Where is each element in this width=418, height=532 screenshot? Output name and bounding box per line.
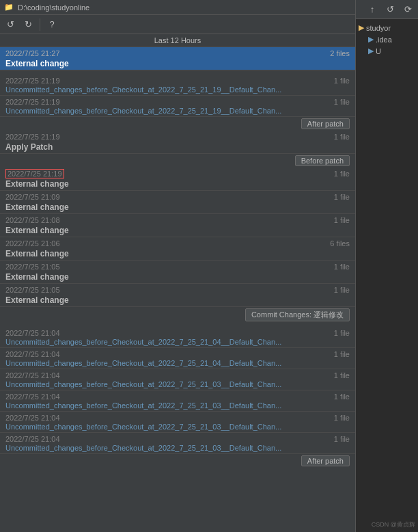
file-count: 1 file [334,393,350,401]
right-undo-button[interactable]: ↺ [382,2,398,17]
tree-item-u[interactable]: ▶ U [359,45,415,57]
commit-tag-row: Commit Changes: 逻辑修改 [0,307,355,323]
history-item[interactable]: 2022/7/25 21:19 1 file Uncommitted_chang… [0,75,355,96]
history-item[interactable]: 2022/7/25 21:06 6 files External change [0,237,355,261]
timestamp: 2022/7/25 21:05 [5,263,60,271]
after-patch-tag-row-2: After patch [0,454,355,468]
history-item-wrapper: 2022/7/25 21:05 1 file External change C… [0,284,355,323]
watermark: CSDN @黄贞辉 [372,520,415,529]
item-long-name: Uncommitted_changes_before_Checkout_at_2… [5,423,320,431]
file-count: 1 file [334,414,350,422]
item-long-name: Uncommitted_changes_before_Checkout_at_2… [5,380,320,388]
history-item[interactable]: 2022/7/25 21:05 1 file External change [0,284,355,307]
undo-button[interactable]: ↺ [3,17,18,32]
timestamp: 2022/7/25 21:27 [5,49,60,57]
help-button[interactable]: ? [44,17,59,32]
file-count: 1 file [334,329,350,337]
timestamp: 2022/7/25 21:19 [5,98,60,106]
file-count: 1 file [334,371,350,380]
history-item[interactable]: 2022/7/25 21:04 1 file Uncommitted_chang… [0,412,355,433]
file-count: 1 file [334,98,350,106]
timestamp: 2022/7/25 21:04 [5,329,60,337]
history-item[interactable]: 2022/7/25 21:04 1 file Uncommitted_chang… [0,327,355,348]
history-item[interactable]: 2022/7/25 21:04 1 file Uncommitted_chang… [0,348,355,369]
chevron-icon: ▶ [368,35,374,44]
history-item[interactable]: 2022/7/25 21:27 2 files External change [0,47,355,70]
item-long-name: Uncommitted_changes_before_Checkout_at_2… [5,85,320,94]
history-item[interactable]: 2022/7/25 21:19 1 file Uncommitted_chang… [0,96,355,117]
history-item[interactable]: 2022/7/25 21:19 1 file Apply Patch [0,131,355,154]
history-item[interactable]: 2022/7/25 21:08 1 file External change [0,214,355,237]
tree-root[interactable]: ▶ studyor [359,22,415,34]
history-item-wrapper: 2022/7/25 21:19 1 file Uncommitted_chang… [0,96,355,131]
after-patch-button[interactable]: After patch [301,118,350,129]
item-title: External change [5,59,350,68]
history-item[interactable]: 2022/7/25 21:04 1 file Uncommitted_chang… [0,390,355,412]
title-bar: 📁 D:\coding\studyonline [0,0,355,15]
history-item[interactable]: 2022/7/25 21:04 1 file Uncommitted_chang… [0,369,355,390]
timestamp-highlighted: 2022/7/25 21:19 [5,169,64,178]
timestamp: 2022/7/25 21:04 [5,371,60,380]
timestamp: 2022/7/25 21:09 [5,193,60,201]
timestamp: 2022/7/25 21:04 [5,350,60,358]
item-long-name: Uncommitted_changes_before_Checkout_at_2… [5,338,320,346]
timestamp: 2022/7/25 21:19 [5,133,60,141]
item-long-name: Uncommitted_changes_before_Checkout_at_2… [5,107,320,115]
tree-item-idea[interactable]: ▶ .idea [359,34,415,45]
folder-icon-u: ▶ [368,46,374,55]
after-patch-tag-row: After patch [0,117,355,131]
idea-folder-label: .idea [376,36,392,44]
section-header: Last 12 Hours [0,34,355,47]
section-header-label: Last 12 Hours [154,36,201,44]
toolbar-separator [40,18,40,31]
timestamp: 2022/7/25 21:04 [5,435,60,443]
item-title: External change [5,202,350,212]
folder-icon: ▶ [359,23,364,32]
file-count: 1 file [334,133,350,141]
timestamp: 2022/7/25 21:08 [5,216,60,224]
before-patch-tag-row: Before patch [0,154,355,168]
file-count: 1 file [334,263,350,271]
item-title: External change [5,226,350,235]
file-count: 1 file [334,286,350,294]
commit-tag-button[interactable]: Commit Changes: 逻辑修改 [245,308,350,321]
timestamp: 2022/7/25 21:05 [5,286,60,294]
redo-button[interactable]: ↻ [20,17,36,32]
history-item[interactable]: 2022/7/25 21:19 1 file External change [0,168,355,191]
title-path: D:\coding\studyonline [18,3,89,12]
file-count: 1 file [334,170,350,178]
after-patch-button-2[interactable]: After patch [301,455,350,466]
file-count: 1 file [334,435,350,443]
file-count: 2 files [330,49,350,57]
right-content: ▶ studyor ▶ .idea ▶ U [356,19,418,59]
timestamp: 2022/7/25 21:06 [5,239,60,248]
file-count: 1 file [334,350,350,358]
item-long-name: Uncommitted_changes_before_Checkout_at_2… [5,444,320,452]
timestamp: 2022/7/25 21:19 [5,77,60,85]
file-count: 1 file [334,77,350,85]
right-refresh-button[interactable]: ⟳ [400,2,415,17]
timestamp: 2022/7/25 21:04 [5,393,60,401]
u-folder-label: U [376,47,381,55]
file-count: 1 file [334,193,350,201]
item-long-name: Uncommitted_changes_before_Checkout_at_2… [5,401,320,410]
file-count: 1 file [334,216,350,224]
history-item-wrapper: 2022/7/25 21:19 1 file Apply Patch Befor… [0,131,355,168]
toolbar: ↺ ↻ ? [0,15,355,34]
history-item[interactable]: 2022/7/25 21:04 1 file Uncommitted_chang… [0,433,355,454]
item-title: External change [5,272,350,282]
left-panel: 📁 D:\coding\studyonline ↺ ↻ ? Last 12 Ho… [0,0,355,532]
timestamp: 2022/7/25 21:04 [5,414,60,422]
right-toolbar: ↑ ↺ ⟳ [356,0,418,19]
before-patch-button[interactable]: Before patch [295,155,350,166]
history-item[interactable]: 2022/7/25 21:05 1 file External change [0,261,355,284]
right-panel: ↑ ↺ ⟳ ▶ studyor ▶ .idea ▶ U CSDN @黄贞辉 [355,0,418,532]
item-title: Apply Patch [5,142,350,152]
right-up-button[interactable]: ↑ [365,2,380,17]
tree-root-label: studyor [366,24,391,32]
item-title: External change [5,295,350,305]
history-item[interactable]: 2022/7/25 21:09 1 file External change [0,191,355,214]
history-list[interactable]: 2022/7/25 21:27 2 files External change … [0,47,355,532]
item-long-name: Uncommitted_changes_before_Checkout_at_2… [5,359,320,367]
item-title: External change [5,179,350,189]
